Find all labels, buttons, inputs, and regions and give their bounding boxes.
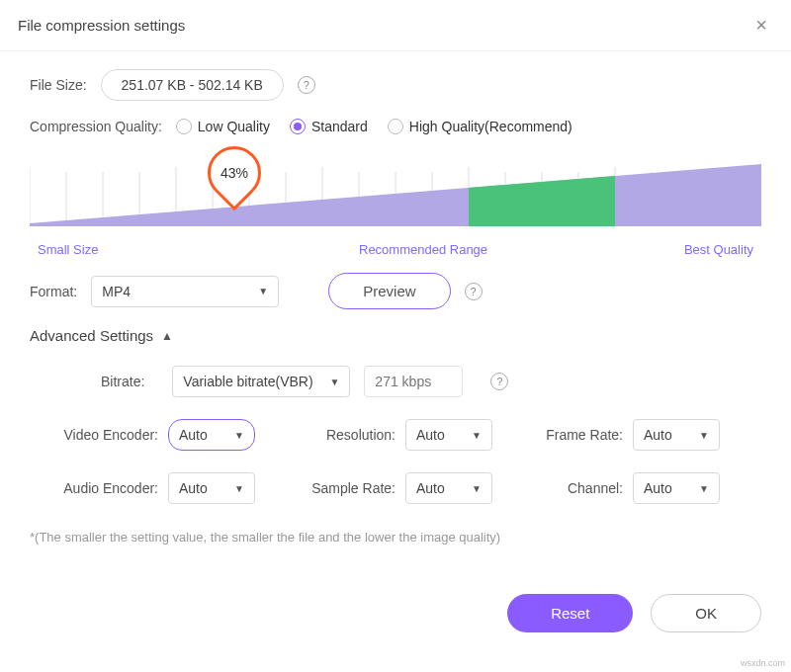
chevron-down-icon: ▼ — [329, 377, 339, 387]
settings-note: *(The smaller the setting value, the sma… — [30, 530, 761, 545]
close-icon[interactable]: × — [749, 12, 773, 39]
chevron-down-icon: ▼ — [234, 430, 244, 441]
watermark: wsxdn.com — [741, 658, 785, 668]
slider-track-icon — [30, 152, 761, 241]
bitrate-row: Bitrate: Variable bitrate(VBR) ▼ ? — [30, 366, 761, 397]
sample-rate-label: Sample Rate: — [297, 480, 396, 496]
radio-low-quality[interactable]: Low Quality — [176, 119, 270, 134]
bitrate-input[interactable] — [364, 366, 463, 397]
dialog-title: File compression settings — [18, 17, 185, 34]
svg-marker-22 — [469, 176, 615, 226]
bitrate-label: Bitrate: — [101, 374, 144, 389]
marker-bubble-icon: 43% — [197, 135, 272, 210]
help-icon[interactable]: ? — [490, 373, 508, 390]
select-value: Auto — [179, 427, 208, 443]
radio-icon — [290, 119, 306, 134]
audio-encoder-select[interactable]: Auto ▼ — [168, 472, 255, 504]
compression-slider[interactable]: 43% Small Size Recommended Range Best Qu… — [30, 152, 761, 261]
file-size-row: File Size: 251.07 KB - 502.14 KB ? — [30, 69, 761, 101]
select-value: Auto — [416, 427, 445, 443]
chevron-down-icon: ▼ — [234, 483, 244, 494]
video-encoder-select[interactable]: Auto ▼ — [168, 419, 255, 451]
slider-label-small: Small Size — [38, 242, 98, 257]
chevron-down-icon: ▼ — [472, 483, 482, 494]
file-size-label: File Size: — [30, 77, 87, 93]
channel-label: Channel: — [534, 480, 623, 496]
quality-row: Compression Quality: Low Quality Standar… — [30, 119, 761, 134]
dialog-header: File compression settings × — [0, 0, 791, 51]
bitrate-value: Variable bitrate(VBR) — [183, 374, 312, 389]
advanced-grid: Video Encoder: Auto ▼ Resolution: Auto ▼… — [30, 419, 761, 504]
resolution-label: Resolution: — [297, 427, 396, 443]
channel-select[interactable]: Auto ▼ — [633, 472, 720, 504]
select-value: Auto — [644, 427, 672, 443]
dialog-content: File Size: 251.07 KB - 502.14 KB ? Compr… — [0, 51, 791, 545]
help-icon[interactable]: ? — [465, 283, 483, 300]
select-value: Auto — [644, 480, 672, 496]
select-value: Auto — [179, 480, 208, 496]
help-icon[interactable]: ? — [298, 76, 315, 94]
frame-rate-label: Frame Rate: — [534, 427, 623, 443]
quality-radio-group: Low Quality Standard High Quality(Recomm… — [176, 119, 572, 134]
format-row: Format: MP4 ▼ Preview ? — [30, 273, 761, 309]
radio-standard[interactable]: Standard — [290, 119, 368, 134]
slider-label-recommended: Recommended Range — [359, 242, 487, 257]
radio-icon — [176, 119, 192, 134]
radio-label: Standard — [311, 119, 368, 134]
bitrate-select[interactable]: Variable bitrate(VBR) ▼ — [172, 366, 350, 397]
audio-encoder-label: Audio Encoder: — [30, 480, 158, 496]
dialog-footer: Reset OK — [507, 594, 761, 632]
select-value: Auto — [416, 480, 445, 496]
ok-button[interactable]: OK — [651, 594, 761, 632]
radio-high-quality[interactable]: High Quality(Recommend) — [388, 119, 572, 134]
format-select[interactable]: MP4 ▼ — [91, 276, 279, 307]
radio-label: High Quality(Recommend) — [409, 119, 572, 134]
slider-labels: Small Size Recommended Range Best Qualit… — [30, 242, 761, 257]
reset-button[interactable]: Reset — [507, 594, 633, 632]
chevron-up-icon: ▲ — [161, 329, 173, 343]
radio-icon — [388, 119, 403, 134]
chevron-down-icon: ▼ — [472, 430, 482, 441]
resolution-select[interactable]: Auto ▼ — [405, 419, 492, 451]
file-size-value[interactable]: 251.07 KB - 502.14 KB — [101, 69, 284, 101]
frame-rate-select[interactable]: Auto ▼ — [633, 419, 720, 451]
chevron-down-icon: ▼ — [258, 286, 268, 296]
advanced-settings-toggle[interactable]: Advanced Settings ▲ — [30, 327, 761, 344]
slider-percent: 43% — [220, 165, 248, 181]
chevron-down-icon: ▼ — [699, 430, 709, 441]
advanced-title: Advanced Settings — [30, 327, 153, 344]
preview-button[interactable]: Preview — [328, 273, 450, 309]
video-encoder-label: Video Encoder: — [30, 427, 158, 443]
format-value: MP4 — [102, 284, 131, 299]
format-label: Format: — [30, 284, 77, 299]
slider-label-best: Best Quality — [684, 242, 753, 257]
radio-label: Low Quality — [198, 119, 270, 134]
sample-rate-select[interactable]: Auto ▼ — [405, 472, 492, 504]
slider-marker[interactable]: 43% — [208, 146, 261, 200]
quality-label: Compression Quality: — [30, 119, 162, 134]
chevron-down-icon: ▼ — [699, 483, 709, 494]
